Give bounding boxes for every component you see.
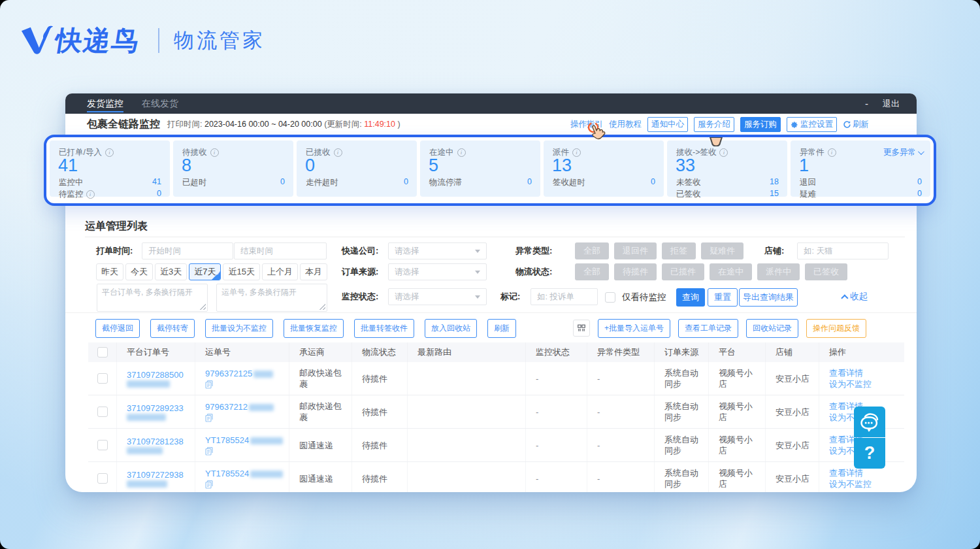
stat-sub-value[interactable]: 0 xyxy=(157,189,161,200)
quick-date-3days[interactable]: 近3天 xyxy=(155,263,187,280)
refresh-button[interactable]: 刷新 xyxy=(843,119,869,130)
more-abnormal-link[interactable]: 更多异常 xyxy=(883,147,923,158)
platform-order-textarea[interactable]: 平台订单号, 多条换行隔开 xyxy=(97,284,208,312)
info-icon[interactable]: i xyxy=(86,190,95,199)
info-icon[interactable]: i xyxy=(210,148,219,157)
intercept-return-button[interactable]: 截停退回 xyxy=(95,319,140,338)
guide-link[interactable]: 操作指引 xyxy=(570,119,603,130)
row-checkbox[interactable] xyxy=(97,440,108,450)
tutorial-link[interactable]: 使用教程 xyxy=(609,119,642,130)
copy-icon[interactable] xyxy=(205,480,213,489)
collapse-filters-link[interactable]: 收起 xyxy=(843,291,868,303)
info-icon[interactable]: i xyxy=(105,148,114,157)
copy-icon[interactable] xyxy=(205,380,213,389)
view-details-link[interactable]: 查看详情 xyxy=(829,467,898,478)
stat-value[interactable]: 8 xyxy=(182,156,191,176)
waybill-link[interactable]: YT1785524 xyxy=(205,435,249,445)
stat-sub-value[interactable]: 0 xyxy=(917,189,922,200)
stat-value[interactable]: 1 xyxy=(799,156,809,176)
abnormal-chip-rejected[interactable]: 拒签 xyxy=(662,242,696,259)
abnormal-chip-all[interactable]: 全部 xyxy=(575,242,609,259)
row-checkbox[interactable] xyxy=(97,407,108,417)
notification-center-button[interactable]: 通知中心 xyxy=(647,117,688,132)
service-intro-button[interactable]: 服务介绍 xyxy=(694,117,734,132)
logistics-chip-in-transit[interactable]: 在途中 xyxy=(710,263,752,280)
platform-order-link[interactable]: 371097272938 xyxy=(127,469,188,480)
monitor-settings-button[interactable]: 监控设置 xyxy=(787,117,837,132)
stat-sub-value[interactable]: 18 xyxy=(770,177,779,188)
recycle-bin-records-button[interactable]: 回收站记录 xyxy=(746,319,798,338)
set-unmonitor-link[interactable]: 设为不监控 xyxy=(829,378,898,390)
info-icon[interactable]: i xyxy=(572,148,581,157)
select-all-checkbox[interactable] xyxy=(97,347,108,358)
info-icon[interactable]: i xyxy=(457,148,466,157)
stat-value[interactable]: 33 xyxy=(676,156,695,176)
batch-restore-monitor-button[interactable]: 批量恢复监控 xyxy=(284,319,344,338)
row-checkbox[interactable] xyxy=(97,473,108,484)
stat-value[interactable]: 13 xyxy=(552,156,572,176)
logistics-chip-signed[interactable]: 已签收 xyxy=(805,263,847,280)
quick-date-this-month[interactable]: 本月 xyxy=(300,263,327,280)
stat-sub-value[interactable]: 15 xyxy=(770,189,779,200)
column-settings-button[interactable] xyxy=(573,320,590,337)
service-order-button[interactable]: 服务订购 xyxy=(740,117,781,132)
abnormal-chip-returned[interactable]: 退回件 xyxy=(614,242,657,259)
info-icon[interactable]: i xyxy=(719,148,728,157)
move-to-recycle-button[interactable]: 放入回收站 xyxy=(425,319,477,338)
logistics-chip-pending-pickup[interactable]: 待揽件 xyxy=(614,263,657,280)
shop-input[interactable]: 如: 天猫 xyxy=(797,242,889,259)
help-button[interactable]: ? xyxy=(854,438,885,469)
logout-button[interactable]: 退出 xyxy=(883,98,900,110)
stat-sub-value[interactable]: 0 xyxy=(527,177,532,188)
stat-sub-value[interactable]: 41 xyxy=(152,177,161,188)
tab-online-shipping[interactable]: 在线发货 xyxy=(142,93,178,114)
only-pending-checkbox[interactable] xyxy=(605,292,615,303)
waybill-link[interactable]: YT1785524 xyxy=(205,469,249,478)
quick-date-yesterday[interactable]: 昨天 xyxy=(96,263,123,280)
customer-service-button[interactable] xyxy=(854,407,885,437)
refresh-list-button[interactable]: 刷新 xyxy=(487,319,516,338)
end-time-input[interactable]: 结束时间 xyxy=(234,242,327,259)
copy-icon[interactable] xyxy=(205,447,213,456)
set-unmonitor-link[interactable]: 设为不监控 xyxy=(829,478,898,490)
view-ticket-records-button[interactable]: 查看工单记录 xyxy=(678,319,738,338)
start-time-input[interactable]: 开始时间 xyxy=(142,242,233,259)
query-button[interactable]: 查询 xyxy=(676,288,705,307)
feedback-button[interactable]: 操作问题反馈 xyxy=(806,319,866,338)
copy-icon[interactable] xyxy=(205,414,213,422)
stat-value[interactable]: 0 xyxy=(305,156,315,176)
minimize-button[interactable]: - xyxy=(865,98,868,109)
batch-unmonitor-button[interactable]: 批量设为不监控 xyxy=(205,319,273,338)
platform-order-link[interactable]: 371097288500 xyxy=(127,369,188,380)
waybill-textarea[interactable]: 运单号, 多条换行隔开 xyxy=(216,284,327,312)
quick-date-7days[interactable]: 近7天✓ xyxy=(189,263,221,280)
export-results-button[interactable]: 导出查询结果 xyxy=(739,288,798,307)
quick-date-15days[interactable]: 近15天 xyxy=(223,263,259,280)
logistics-chip-delivering[interactable]: 派件中 xyxy=(757,263,800,280)
stat-value[interactable]: 5 xyxy=(429,156,438,176)
quick-date-today[interactable]: 今天 xyxy=(125,263,153,280)
reset-button[interactable]: 重置 xyxy=(708,288,738,307)
intercept-forward-button[interactable]: 截停转寄 xyxy=(150,319,195,338)
waybill-link[interactable]: 9796372125 xyxy=(205,369,252,378)
waybill-link[interactable]: 979637212 xyxy=(205,402,248,412)
monitor-status-select[interactable]: 请选择 xyxy=(388,288,487,305)
info-icon[interactable]: i xyxy=(828,148,836,157)
stat-sub-value[interactable]: 0 xyxy=(651,177,655,188)
resize-grip[interactable] xyxy=(200,304,206,310)
order-source-select[interactable]: 请选择 xyxy=(388,263,487,280)
abnormal-chip-difficult[interactable]: 疑难件 xyxy=(701,242,743,259)
stat-sub-value[interactable]: 0 xyxy=(280,177,285,188)
logistics-chip-picked[interactable]: 已揽件 xyxy=(662,263,704,280)
platform-order-link[interactable]: 371097281238 xyxy=(127,436,188,447)
platform-order-link[interactable]: 371097289233 xyxy=(127,403,188,414)
batch-sign-button[interactable]: 批量转签收件 xyxy=(354,319,414,338)
express-company-select[interactable]: 请选择 xyxy=(388,242,487,259)
stat-sub-value[interactable]: 0 xyxy=(917,177,922,188)
stat-sub-value[interactable]: 0 xyxy=(404,177,408,188)
stat-value[interactable]: 41 xyxy=(58,156,78,176)
mark-input[interactable]: 如: 投诉单 xyxy=(531,288,598,305)
info-icon[interactable]: i xyxy=(334,148,342,157)
row-checkbox[interactable] xyxy=(97,373,108,384)
logistics-chip-all[interactable]: 全部 xyxy=(575,263,609,280)
